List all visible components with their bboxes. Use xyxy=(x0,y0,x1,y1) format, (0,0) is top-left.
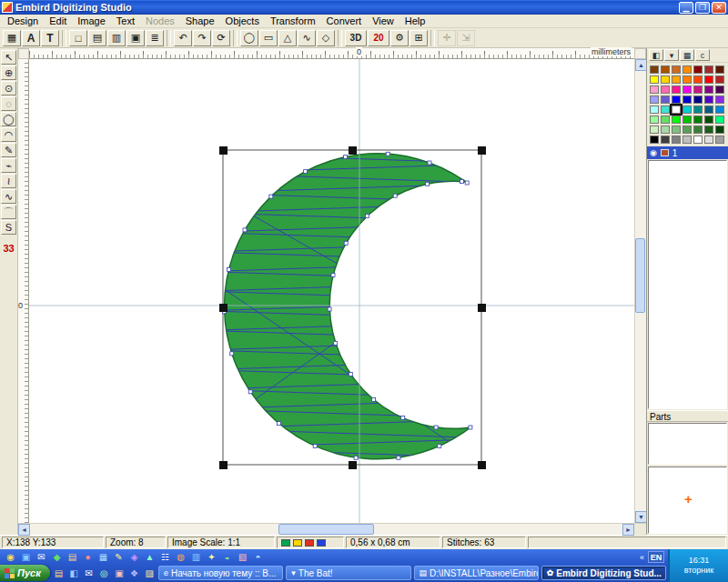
toolbar-view-3d-button[interactable]: 3D xyxy=(345,30,367,46)
parts-list[interactable] xyxy=(648,423,727,465)
layer-visibility-icon[interactable]: ◉ xyxy=(650,148,657,157)
palette-swatch[interactable] xyxy=(693,95,703,104)
status-thread-swatch[interactable] xyxy=(293,539,302,547)
toolbar-refresh-button[interactable]: ⟳ xyxy=(212,30,230,46)
menu-view[interactable]: View xyxy=(367,15,399,26)
palette-swatch[interactable] xyxy=(715,125,724,134)
palette-swatch[interactable] xyxy=(682,105,692,114)
palette-swatch[interactable] xyxy=(704,115,713,124)
quick-launch-icon[interactable]: ● xyxy=(81,551,95,564)
tool-ellipse-tool-button[interactable]: ◯ xyxy=(1,112,16,126)
vscroll-track[interactable] xyxy=(635,71,646,511)
palette-swatch[interactable] xyxy=(672,85,681,94)
menu-text[interactable]: Text xyxy=(111,15,140,26)
quick-launch-icon[interactable]: ✉ xyxy=(83,567,96,579)
toolbar-hoop-grid-button[interactable]: ⊞ xyxy=(410,30,428,46)
language-indicator[interactable]: EN xyxy=(648,551,664,563)
palette-swatch[interactable] xyxy=(682,65,692,74)
scroll-left-icon[interactable]: ◄ xyxy=(18,524,30,536)
quick-launch-icon[interactable]: ▦ xyxy=(96,551,110,564)
palette-swatch[interactable] xyxy=(715,105,724,114)
horizontal-scrollbar[interactable]: ◄ ► xyxy=(18,523,646,535)
palette-swatch[interactable] xyxy=(682,85,692,94)
palette-swatch[interactable] xyxy=(704,105,713,114)
quick-launch-icon[interactable]: ▲ xyxy=(143,551,157,564)
palette-swatch[interactable] xyxy=(704,75,713,84)
selection-handle[interactable] xyxy=(219,304,228,312)
palette-swatch[interactable] xyxy=(715,75,724,84)
quick-launch-icon[interactable]: ✎ xyxy=(112,551,126,564)
selection-handle[interactable] xyxy=(219,146,228,155)
palette-swatch[interactable] xyxy=(693,115,703,124)
palette-swatch[interactable] xyxy=(704,85,713,94)
toolbar-stitch-density-button[interactable]: 20 xyxy=(368,30,389,46)
tool-s-shape-tool-button[interactable]: S xyxy=(1,220,16,235)
palette-dropdown-button[interactable]: ▾ xyxy=(664,49,679,61)
toolbar-new-file-button[interactable]: □ xyxy=(69,30,87,46)
status-thread-swatch[interactable] xyxy=(281,539,290,547)
menu-design[interactable]: Design xyxy=(2,15,44,26)
toolbar-ellipse-shape-button[interactable]: ◯ xyxy=(240,30,258,46)
quick-launch-icon[interactable]: ◎ xyxy=(98,567,111,579)
quick-launch-icon[interactable]: ▤ xyxy=(53,567,66,579)
tool-magnifier-button[interactable]: ⊙ xyxy=(1,81,16,95)
toolbar-pattern-grid-button[interactable]: ▦ xyxy=(3,30,21,46)
palette-swatch[interactable] xyxy=(661,65,670,74)
taskbar-task-button[interactable]: ▾The Bat! xyxy=(286,566,410,580)
selection-handle[interactable] xyxy=(478,304,486,312)
palette-swatch[interactable] xyxy=(682,125,692,134)
scroll-right-icon[interactable]: ► xyxy=(622,524,634,536)
quick-launch-icon[interactable]: ◒ xyxy=(220,551,234,564)
status-thread-swatch[interactable] xyxy=(317,539,326,547)
selection-handle[interactable] xyxy=(349,146,357,155)
palette-swatch[interactable] xyxy=(672,95,681,104)
palette-swatch[interactable] xyxy=(693,85,703,94)
palette-swatch[interactable] xyxy=(693,135,703,144)
palette-swatch[interactable] xyxy=(682,115,692,124)
quick-launch-icon[interactable]: ✦ xyxy=(205,551,218,564)
menu-objects[interactable]: Objects xyxy=(220,15,265,26)
start-button[interactable]: Пуск xyxy=(0,565,50,581)
tool-arc-tool-button[interactable]: ◠ xyxy=(1,127,16,142)
palette-swatch[interactable] xyxy=(672,125,681,134)
selection-handle[interactable] xyxy=(219,461,228,469)
quick-launch-icon[interactable]: ▣ xyxy=(19,551,33,564)
menu-shape[interactable]: Shape xyxy=(180,15,220,26)
palette-swatch[interactable] xyxy=(682,135,692,144)
selection-handle[interactable] xyxy=(349,461,357,469)
tool-squiggle-tool-button[interactable]: ≀ xyxy=(1,174,16,188)
palette-swatch[interactable] xyxy=(650,125,659,134)
toolbar-undo-button[interactable]: ↶ xyxy=(174,30,192,46)
palette-swatch[interactable] xyxy=(650,135,659,144)
menu-edit[interactable]: Edit xyxy=(44,15,72,26)
selection-handle[interactable] xyxy=(478,461,486,469)
maximize-button[interactable]: ❐ xyxy=(695,2,710,14)
selection-handle[interactable] xyxy=(478,146,486,155)
quick-launch-icon[interactable]: ▣ xyxy=(113,567,126,579)
quick-launch-icon[interactable]: ◓ xyxy=(251,551,265,564)
palette-swatch[interactable] xyxy=(693,65,703,74)
tool-curve-tool-button[interactable]: ⌒ xyxy=(1,205,16,219)
palette-swatch[interactable] xyxy=(661,135,670,144)
tool-stitch-tool-button[interactable]: ⌁ xyxy=(1,158,16,173)
toolbar-print-button[interactable]: ≣ xyxy=(146,30,164,46)
quick-launch-icon[interactable]: ◈ xyxy=(127,551,141,564)
layer-row[interactable]: ◉ 1 xyxy=(647,146,728,159)
palette-swatch[interactable] xyxy=(650,75,659,84)
toolbar-open-file-button[interactable]: ▤ xyxy=(88,30,106,46)
palette-swatch[interactable] xyxy=(704,125,713,134)
palette-swatch[interactable] xyxy=(715,95,724,104)
tool-zoom-in-button[interactable]: ⊕ xyxy=(1,65,16,80)
quick-launch-icon[interactable]: ✉ xyxy=(35,551,48,564)
palette-swatch[interactable] xyxy=(672,135,681,144)
close-button[interactable]: ✕ xyxy=(712,2,726,14)
palette-swatch[interactable] xyxy=(661,105,670,114)
quick-launch-icon[interactable]: ▨ xyxy=(143,567,156,579)
palette-swatch[interactable] xyxy=(693,105,703,114)
palette-swatch[interactable] xyxy=(661,85,670,94)
design-canvas[interactable] xyxy=(29,59,634,523)
quick-launch-icon[interactable]: ▤ xyxy=(66,551,79,564)
menu-help[interactable]: Help xyxy=(399,15,431,26)
object-list[interactable] xyxy=(648,160,727,409)
toolbar-polygon-shape-button[interactable]: △ xyxy=(278,30,297,46)
